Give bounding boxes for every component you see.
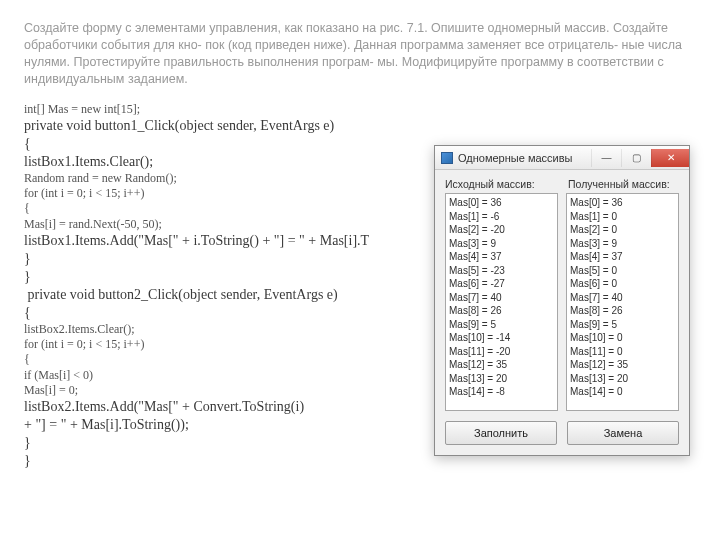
list-item[interactable]: Mas[2] = -20 (449, 223, 554, 237)
window-title: Одномерные массивы (458, 152, 572, 164)
list-item[interactable]: Mas[6] = -27 (449, 277, 554, 291)
minimize-button[interactable]: — (591, 149, 621, 167)
app-icon (441, 152, 453, 164)
list-item[interactable]: Mas[7] = 40 (570, 291, 675, 305)
code-line: private void button1_Click(object sender… (24, 117, 696, 135)
list-item[interactable]: Mas[5] = -23 (449, 264, 554, 278)
fill-button[interactable]: Заполнить (445, 421, 557, 445)
list-item[interactable]: Mas[9] = 5 (449, 318, 554, 332)
list-item[interactable]: Mas[1] = -6 (449, 210, 554, 224)
list-item[interactable]: Mas[8] = 26 (570, 304, 675, 318)
code-line: int[] Mas = new int[15]; (24, 102, 696, 117)
list-item[interactable]: Mas[1] = 0 (570, 210, 675, 224)
app-window: Одномерные массивы — ▢ ✕ Исходный массив… (434, 145, 690, 456)
titlebar: Одномерные массивы — ▢ ✕ (435, 146, 689, 170)
listbox-result[interactable]: Mas[0] = 36Mas[1] = 0Mas[2] = 0Mas[3] = … (566, 193, 679, 411)
listbox-source[interactable]: Mas[0] = 36Mas[1] = -6Mas[2] = -20Mas[3]… (445, 193, 558, 411)
maximize-button[interactable]: ▢ (621, 149, 651, 167)
list-item[interactable]: Mas[0] = 36 (449, 196, 554, 210)
instruction-text: Создайте форму с элементами управления, … (24, 20, 696, 88)
list-item[interactable]: Mas[11] = 0 (570, 345, 675, 359)
list-item[interactable]: Mas[4] = 37 (449, 250, 554, 264)
list-item[interactable]: Mas[14] = -8 (449, 385, 554, 399)
list-item[interactable]: Mas[11] = -20 (449, 345, 554, 359)
list-item[interactable]: Mas[3] = 9 (570, 237, 675, 251)
list-item[interactable]: Mas[10] = 0 (570, 331, 675, 345)
list-item[interactable]: Mas[13] = 20 (449, 372, 554, 386)
list-item[interactable]: Mas[12] = 35 (570, 358, 675, 372)
list-item[interactable]: Mas[2] = 0 (570, 223, 675, 237)
list-item[interactable]: Mas[12] = 35 (449, 358, 554, 372)
label-result: Полученный массив: (568, 178, 679, 190)
list-item[interactable]: Mas[5] = 0 (570, 264, 675, 278)
list-item[interactable]: Mas[8] = 26 (449, 304, 554, 318)
list-item[interactable]: Mas[13] = 20 (570, 372, 675, 386)
list-item[interactable]: Mas[10] = -14 (449, 331, 554, 345)
replace-button[interactable]: Замена (567, 421, 679, 445)
close-button[interactable]: ✕ (651, 149, 689, 167)
list-item[interactable]: Mas[3] = 9 (449, 237, 554, 251)
list-item[interactable]: Mas[14] = 0 (570, 385, 675, 399)
list-item[interactable]: Mas[6] = 0 (570, 277, 675, 291)
list-item[interactable]: Mas[0] = 36 (570, 196, 675, 210)
list-item[interactable]: Mas[4] = 37 (570, 250, 675, 264)
list-item[interactable]: Mas[7] = 40 (449, 291, 554, 305)
list-item[interactable]: Mas[9] = 5 (570, 318, 675, 332)
label-source: Исходный массив: (445, 178, 556, 190)
